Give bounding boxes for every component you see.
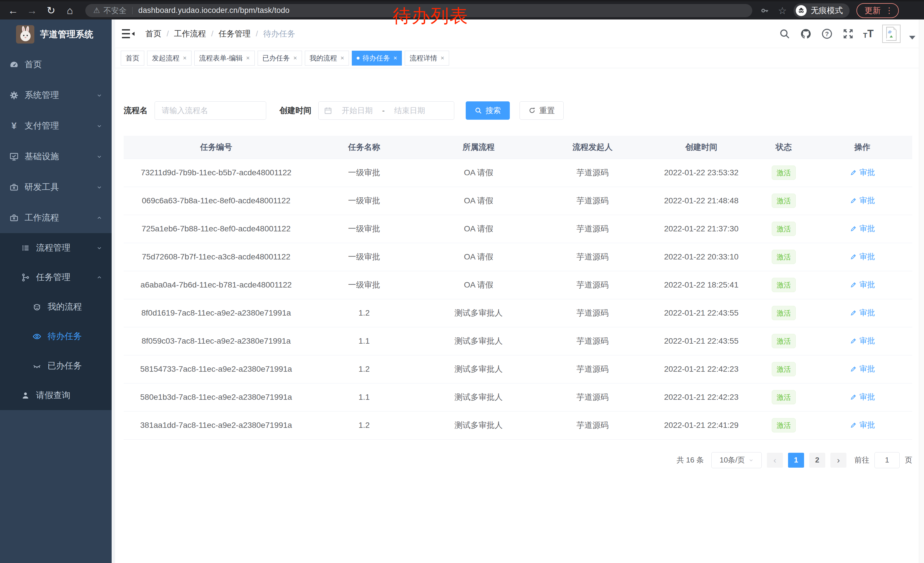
tab-process-form-edit[interactable]: 流程表单-编辑 × <box>194 51 255 66</box>
close-icon[interactable]: × <box>293 55 297 61</box>
sidebar-item-leave-query[interactable]: 请假查询 <box>0 381 112 410</box>
date-range-picker[interactable]: - <box>318 101 454 120</box>
approve-button[interactable]: 审批 <box>850 392 875 402</box>
approve-button[interactable]: 审批 <box>850 420 875 430</box>
sidebar-item-workflow[interactable]: 工作流程 <box>0 203 112 233</box>
bookmark-star-icon[interactable]: ☆ <box>778 5 787 17</box>
breadcrumb-task-management[interactable]: 任务管理 <box>219 29 251 39</box>
sidebar-item-process-management[interactable]: 流程管理 <box>0 233 112 263</box>
search-icon[interactable] <box>778 27 791 40</box>
approve-label: 审批 <box>860 167 875 177</box>
close-icon[interactable]: × <box>246 55 250 61</box>
search-button[interactable]: 搜索 <box>466 101 510 120</box>
browser-home-button[interactable]: ⌂ <box>62 5 78 17</box>
avatar[interactable] <box>882 25 900 43</box>
end-date-input[interactable] <box>388 106 431 115</box>
calendar-icon <box>324 106 332 115</box>
status-badge: 激活 <box>772 222 796 236</box>
tab-start-process[interactable]: 发起流程 × <box>147 51 192 66</box>
help-icon[interactable]: ? <box>820 27 833 40</box>
tab-home[interactable]: 首页 <box>121 51 144 66</box>
table-row: a6aba0a4-7b6d-11ec-b781-acde48001122 一级审… <box>124 271 912 299</box>
chevron-up-icon <box>97 275 102 281</box>
approve-button[interactable]: 审批 <box>850 251 875 262</box>
cell-create-time: 2022-01-21 22:43:55 <box>648 327 755 355</box>
approve-button[interactable]: 审批 <box>850 279 875 290</box>
approve-button[interactable]: 审批 <box>850 308 875 318</box>
sidebar-item-dev-tools[interactable]: 研发工具 <box>0 172 112 203</box>
browser-back-button[interactable]: ← <box>5 5 21 17</box>
tab-todo-tasks[interactable]: 待办任务 × <box>352 51 402 66</box>
approve-button[interactable]: 审批 <box>850 195 875 206</box>
sidebar-item-done-tasks[interactable]: 已办任务 <box>0 351 112 381</box>
page-scrollbar[interactable] <box>919 20 924 563</box>
approve-button[interactable]: 审批 <box>850 336 875 346</box>
prev-page-button[interactable]: ‹ <box>767 453 783 468</box>
next-page-button[interactable]: › <box>830 453 846 468</box>
tab-process-detail[interactable]: 流程详情 × <box>405 51 449 66</box>
process-name-input[interactable] <box>154 101 266 120</box>
cell-process: 测试多审批人 <box>420 411 538 439</box>
close-icon[interactable]: × <box>183 55 187 61</box>
sidebar-item-my-process[interactable]: 我的流程 <box>0 292 112 321</box>
approve-button[interactable]: 审批 <box>850 224 875 234</box>
avatar-caret-icon[interactable] <box>909 36 915 39</box>
cell-process: OA 请假 <box>420 271 538 299</box>
page-button-2[interactable]: 2 <box>809 453 825 468</box>
browser-menu-icon[interactable]: ⋮ <box>885 6 893 15</box>
cell-task-name: 1.2 <box>309 411 420 439</box>
breadcrumb-separator: / <box>211 29 213 38</box>
status-badge: 激活 <box>772 418 796 432</box>
approve-label: 审批 <box>860 336 875 346</box>
approve-button[interactable]: 审批 <box>850 364 875 374</box>
cell-process: OA 请假 <box>420 243 538 271</box>
update-label: 更新 <box>864 5 880 16</box>
status-badge: 激活 <box>772 334 796 348</box>
table-row: 58154733-7ac8-11ec-a9e2-a2380e71991a 1.2… <box>124 355 912 383</box>
sidebar-item-system[interactable]: 系统管理 <box>0 80 112 111</box>
sidebar-item-infrastructure[interactable]: 基础设施 <box>0 141 112 172</box>
cell-process: OA 请假 <box>420 187 538 215</box>
cell-task-name: 一级审批 <box>309 243 420 271</box>
browser-forward-button[interactable]: → <box>24 5 40 17</box>
tags-view-bar: 首页 发起流程 × 流程表单-编辑 × 已办任务 × 我的流程 × 待办任务 × <box>115 48 924 68</box>
close-icon[interactable]: × <box>393 55 397 61</box>
eye-closed-icon <box>32 361 42 371</box>
sidebar-item-task-management[interactable]: 任务管理 <box>0 263 112 292</box>
font-size-icon[interactable]: TT <box>863 29 874 39</box>
sidebar-scrollbar[interactable] <box>112 20 115 563</box>
approve-label: 审批 <box>860 224 875 234</box>
search-button-icon <box>475 107 482 114</box>
table-row: 8f059c03-7ac8-11ec-a9e2-a2380e71991a 1.1… <box>124 327 912 355</box>
approve-button[interactable]: 审批 <box>850 167 875 177</box>
password-key-icon[interactable] <box>759 4 771 17</box>
cell-task-id: 381aa1dd-7ac8-11ec-a9e2-a2380e71991a <box>124 411 309 439</box>
start-date-input[interactable] <box>336 106 379 115</box>
sidebar-item-payment[interactable]: ¥ 支付管理 <box>0 111 112 141</box>
github-icon[interactable] <box>800 27 812 40</box>
page-size-select[interactable]: 10条/页 <box>711 452 762 468</box>
goto-page-input[interactable] <box>874 452 900 468</box>
table-row: 381aa1dd-7ac8-11ec-a9e2-a2380e71991a 1.2… <box>124 411 912 439</box>
browser-update-button[interactable]: 更新 ⋮ <box>856 3 899 18</box>
fullscreen-icon[interactable] <box>842 27 855 40</box>
app-title: 芋道管理系统 <box>40 29 93 41</box>
app-logo-row[interactable]: 芋道管理系统 <box>0 20 112 49</box>
sidebar-item-label: 研发工具 <box>25 181 59 193</box>
sidebar-collapse-icon[interactable] <box>122 29 135 39</box>
approve-label: 审批 <box>860 364 875 374</box>
list-tree-icon <box>21 243 30 253</box>
close-icon[interactable]: × <box>441 55 444 61</box>
reset-button[interactable]: 重置 <box>519 101 564 120</box>
sidebar-item-home[interactable]: 首页 <box>0 49 112 80</box>
tab-done-tasks[interactable]: 已办任务 × <box>258 51 302 66</box>
close-icon[interactable]: × <box>340 55 344 61</box>
browser-reload-button[interactable]: ↻ <box>43 5 59 17</box>
page-button-1[interactable]: 1 <box>788 453 804 468</box>
sidebar-item-label: 基础设施 <box>25 151 59 162</box>
sidebar-item-todo-tasks[interactable]: 待办任务 <box>0 321 112 351</box>
tab-my-process[interactable]: 我的流程 × <box>305 51 349 66</box>
breadcrumb-home[interactable]: 首页 <box>146 29 162 39</box>
breadcrumb-workflow[interactable]: 工作流程 <box>174 29 206 39</box>
table-row: 75d72608-7b7f-11ec-a3c8-acde48001122 一级审… <box>124 243 912 271</box>
